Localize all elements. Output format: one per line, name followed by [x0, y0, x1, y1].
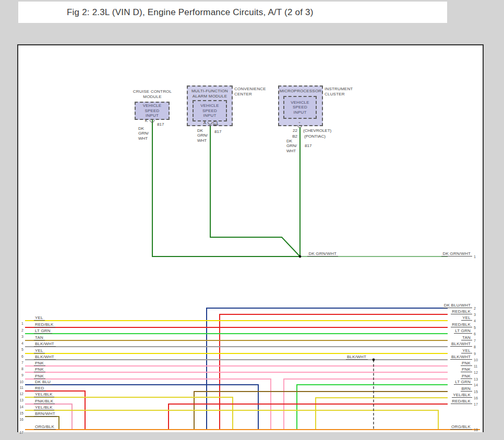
mfa-circuit-number: 817	[214, 129, 221, 134]
cluster-wire-color-label: DK GRN/ WHT	[286, 139, 297, 153]
figure-title-bar: Fig 2: 2.3L (VIN D), Engine Performance …	[18, 2, 447, 23]
module-title-line: MULTI-FUNCTION	[188, 89, 232, 94]
diagram-panel	[17, 44, 484, 432]
wire-color-line: DK	[138, 126, 149, 131]
box-label-line: VEHICLE	[143, 103, 162, 108]
cluster-vehicle-speed-input-box: VEHICLE SPEED INPUT	[283, 96, 317, 119]
mfa-vehicle-speed-input-box: VEHICLE SPEED INPUT	[193, 100, 227, 121]
instrument-cluster-label: INSTRUMENT CLUSTER	[325, 87, 353, 96]
box-label-line: SPEED	[293, 105, 307, 110]
wire-color-line: DK	[197, 128, 208, 133]
wire-color-line: GRN/	[286, 143, 297, 148]
wire-color-line: WHT	[286, 149, 297, 153]
module-title-line: MODULE	[129, 94, 176, 100]
cluster-circuit-number: 817	[305, 143, 311, 148]
box-label-line: INPUT	[203, 113, 217, 118]
mfa-pin-label: A	[200, 120, 206, 125]
box-label-line: INPUT	[146, 113, 159, 118]
box-label-line: INPUT	[294, 110, 307, 115]
cluster-pin-chevrolet: 22	[286, 128, 297, 133]
side-label-line: CENTER	[234, 92, 266, 97]
module-title-line: ALARM MODULE	[188, 94, 232, 99]
box-label-line: VEHICLE	[291, 100, 309, 105]
cluster-pin-pontiac: B2	[286, 134, 297, 139]
module-title-line: CRUISE CONTROL	[129, 89, 176, 94]
cluster-pin-pontiac-note: (PONTIAC)	[304, 134, 326, 139]
box-label-line: SPEED	[202, 108, 217, 114]
wire-color-line: WHT	[197, 138, 208, 143]
convenience-center-label: CONVENIENCE CENTER	[234, 87, 266, 96]
wire-color-line: GRN/	[197, 133, 208, 138]
mfa-connector-id: C1	[213, 120, 218, 125]
cruise-vehicle-speed-input-box: VEHICLE SPEED INPUT	[135, 102, 170, 120]
cruise-pin-label: K	[141, 118, 148, 123]
microprocessor-title: MICROPROCESSOR	[279, 87, 322, 94]
module-title-line: MICROPROCESSOR	[279, 89, 322, 94]
wire-color-line: WHT	[138, 136, 149, 141]
cruise-circuit-number: 817	[157, 122, 164, 127]
side-label-line: CLUSTER	[325, 92, 353, 97]
figure-title: Fig 2: 2.3L (VIN D), Engine Performance …	[67, 2, 314, 23]
cruise-control-module-title: CRUISE CONTROL MODULE	[129, 89, 176, 99]
wire-color-line: DK	[286, 139, 297, 143]
side-label-line: INSTRUMENT	[325, 87, 353, 92]
figure-page: Fig 2: 2.3L (VIN D), Engine Performance …	[0, 0, 504, 440]
arrow-down-icon: ⌄	[298, 120, 301, 124]
side-label-line: CONVENIENCE	[234, 87, 266, 92]
wire-color-line: GRN/	[138, 131, 149, 136]
cluster-pin-chevrolet-note: (CHEVROLET)	[303, 128, 331, 133]
box-label-line: SPEED	[145, 108, 159, 114]
mfa-wire-color-label: DK GRN/ WHT	[197, 128, 208, 143]
mfa-module-title: MULTI-FUNCTION ALARM MODULE	[188, 87, 232, 99]
box-label-line: VEHICLE	[200, 103, 219, 108]
cruise-wire-color-label: DK GRN/ WHT	[138, 126, 149, 141]
